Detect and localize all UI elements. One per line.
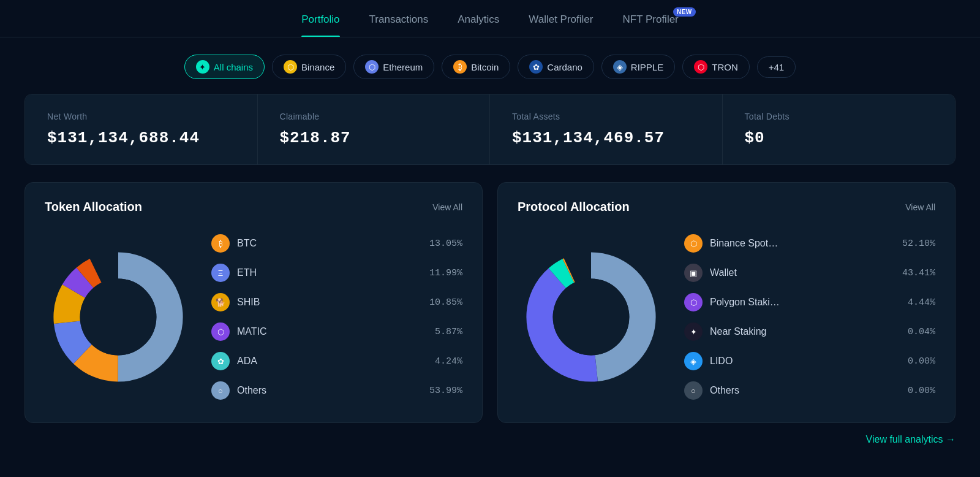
token-name-5: Others [710, 385, 889, 396]
shib-icon: 🐕 [211, 293, 230, 311]
chain-label-cardano: Cardano [547, 62, 582, 72]
token-name-1: ETH [237, 267, 416, 278]
token-alloc-title: Token Allocation [45, 200, 142, 214]
token-row-1: ΞETH11.99% [211, 258, 462, 288]
token-pct-3: 5.87% [423, 327, 462, 337]
nav-item-analytics[interactable]: Analytics [458, 13, 499, 37]
nav-item-nft-profiler[interactable]: NFT Profiler [622, 13, 678, 37]
token-pct-1: 43.41% [896, 268, 935, 278]
new-badge: NEW [673, 7, 696, 17]
stat-value-3: $0 [745, 129, 933, 147]
protocol-donut [518, 243, 665, 391]
chain-label-tron: TRON [712, 62, 738, 72]
token-row-0: ⬡Binance Spot…52.10% [684, 229, 935, 258]
stat-label-3: Total Debts [745, 112, 933, 121]
token-row-5: ○Others53.99% [211, 376, 462, 405]
token-pct-1: 11.99% [423, 268, 462, 278]
token-pct-0: 13.05% [423, 238, 462, 249]
near staking-icon: ✦ [684, 322, 703, 341]
eth-icon: Ξ [211, 264, 230, 282]
ethereum-icon: ⬡ [365, 60, 379, 74]
chain-pill-all[interactable]: ✦All chains [184, 55, 265, 79]
chain-label-ethereum: Ethereum [383, 62, 423, 72]
stat-label-2: Total Assets [512, 112, 700, 121]
chain-label-more: +41 [769, 62, 784, 72]
token-pct-2: 10.85% [423, 297, 462, 308]
token-name-3: MATIC [237, 326, 416, 337]
chain-label-binance: Binance [301, 62, 334, 72]
cardano-icon: ✿ [529, 60, 543, 74]
token-pct-5: 53.99% [423, 386, 462, 396]
btc-icon: ₿ [211, 234, 230, 253]
chain-pill-bitcoin[interactable]: ₿Bitcoin [442, 55, 510, 79]
chain-filter: ✦All chains⬡Binance⬡Ethereum₿Bitcoin✿Car… [0, 37, 980, 94]
allocation-row: Token Allocation View All [24, 182, 956, 423]
matic-icon: ⬡ [211, 322, 230, 341]
protocol-alloc-title: Protocol Allocation [518, 200, 630, 214]
token-name-1: Wallet [710, 267, 889, 278]
stat-card-3: Total Debts$0 [723, 94, 956, 164]
chain-pill-ripple[interactable]: ◈RIPPLE [601, 55, 675, 79]
nav-item-transactions[interactable]: Transactions [369, 13, 429, 37]
token-pct-5: 0.00% [896, 386, 935, 396]
token-row-4: ✿ADA4.24% [211, 346, 462, 376]
lido-icon: ◈ [684, 352, 703, 370]
svg-point-6 [80, 279, 157, 356]
token-row-5: ○Others0.00% [684, 376, 935, 405]
token-name-3: Near Staking [710, 326, 889, 337]
svg-point-11 [553, 279, 630, 356]
stat-value-0: $131,134,688.44 [47, 129, 235, 147]
nav-item-portfolio[interactable]: Portfolio [301, 13, 339, 37]
chain-pill-ethereum[interactable]: ⬡Ethereum [353, 55, 434, 79]
protocol-list: ⬡Binance Spot…52.10%▣Wallet43.41%⬡Polygo… [684, 229, 935, 405]
token-row-4: ◈LIDO0.00% [684, 346, 935, 376]
token-alloc-content: ₿BTC13.05%ΞETH11.99%🐕SHIB10.85%⬡MATIC5.8… [45, 229, 462, 405]
token-list: ₿BTC13.05%ΞETH11.99%🐕SHIB10.85%⬡MATIC5.8… [211, 229, 462, 405]
token-row-2: 🐕SHIB10.85% [211, 288, 462, 317]
view-full-analytics-link[interactable]: View full analytics → [866, 434, 956, 445]
bitcoin-icon: ₿ [453, 60, 467, 74]
stat-label-1: Claimable [280, 112, 468, 121]
protocol-alloc-header: Protocol Allocation View All [518, 200, 935, 214]
token-donut [45, 243, 192, 391]
token-name-4: LIDO [710, 356, 889, 367]
binance-icon: ⬡ [284, 60, 297, 74]
ada-icon: ✿ [211, 352, 230, 370]
token-pct-2: 4.44% [896, 297, 935, 308]
tron-icon: ⬡ [694, 60, 707, 74]
token-alloc-header: Token Allocation View All [45, 200, 462, 214]
stats-row: Net Worth$131,134,688.44Claimable$218.87… [24, 94, 956, 165]
token-name-2: Polygon Staki… [710, 297, 889, 308]
footer-row: View full analytics → [0, 423, 980, 450]
token-allocation-panel: Token Allocation View All [24, 182, 483, 423]
protocol-donut-svg [518, 243, 665, 391]
chain-pill-cardano[interactable]: ✿Cardano [518, 55, 594, 79]
chain-label-all: All chains [214, 62, 253, 72]
wallet-icon: ▣ [684, 264, 703, 282]
polygon staki…-icon: ⬡ [684, 293, 703, 311]
token-view-all[interactable]: View All [432, 202, 462, 212]
token-pct-4: 0.00% [896, 356, 935, 367]
chain-pill-tron[interactable]: ⬡TRON [682, 55, 750, 79]
ripple-icon: ◈ [613, 60, 627, 74]
protocol-view-all[interactable]: View All [905, 202, 935, 212]
token-pct-0: 52.10% [896, 238, 935, 249]
token-donut-svg [45, 243, 192, 391]
stat-card-1: Claimable$218.87 [258, 94, 491, 164]
stat-label-0: Net Worth [47, 112, 235, 121]
token-row-3: ⬡MATIC5.87% [211, 317, 462, 346]
token-row-3: ✦Near Staking0.04% [684, 317, 935, 346]
all-icon: ✦ [196, 60, 209, 74]
protocol-alloc-content: ⬡Binance Spot…52.10%▣Wallet43.41%⬡Polygo… [518, 229, 935, 405]
token-name-2: SHIB [237, 297, 416, 308]
chain-label-ripple: RIPPLE [631, 62, 663, 72]
others-icon: ○ [684, 381, 703, 400]
stat-value-2: $131,134,469.57 [512, 129, 700, 147]
token-name-4: ADA [237, 356, 416, 367]
stat-value-1: $218.87 [280, 129, 468, 147]
token-name-0: Binance Spot… [710, 238, 889, 249]
chain-pill-binance[interactable]: ⬡Binance [272, 55, 346, 79]
nav-item-wallet-profiler[interactable]: Wallet Profiler [529, 13, 593, 37]
chain-pill-more[interactable]: +41 [757, 56, 796, 78]
token-pct-4: 4.24% [423, 356, 462, 367]
